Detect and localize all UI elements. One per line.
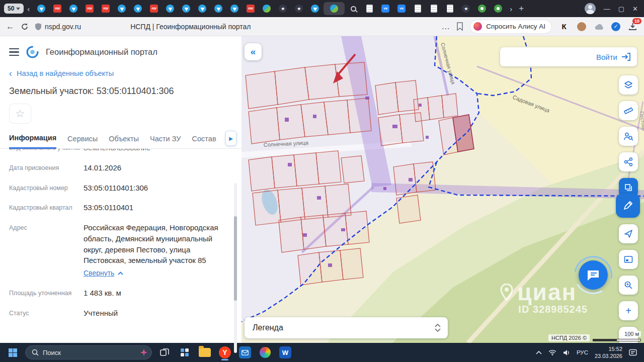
legend-toggle[interactable]: Легенда — [245, 317, 448, 338]
downloads-button[interactable]: 10 — [627, 21, 638, 32]
measure-button[interactable] — [619, 101, 638, 120]
cadastral-search-button[interactable] — [619, 127, 638, 146]
browser-tab[interactable] — [426, 2, 441, 15]
browser-tab[interactable] — [307, 2, 323, 15]
avatar-extension-icon[interactable] — [576, 21, 587, 32]
layers-button[interactable] — [619, 75, 638, 95]
browser-tab[interactable] — [259, 2, 274, 15]
browser-tab-active[interactable] — [324, 2, 345, 15]
tabs-scroll-left-button[interactable]: ‹ — [26, 5, 31, 13]
browser-tab[interactable]: PDF — [146, 2, 162, 15]
reload-icon[interactable] — [21, 23, 29, 31]
telegram-tab-icon — [166, 5, 174, 13]
login-bar[interactable]: Войти — [500, 47, 637, 66]
field-row: Адрес Российская Федерация, Новгородская… — [9, 222, 232, 279]
browser-tab[interactable]: ★ — [458, 2, 473, 15]
mail-app-button[interactable] — [237, 345, 253, 360]
menu-icon[interactable] — [9, 48, 19, 56]
tabs-next-button[interactable]: ▶ — [225, 131, 236, 146]
network-icon[interactable] — [548, 349, 556, 355]
kinopoisk-extension-icon[interactable]: К — [558, 21, 570, 32]
browser-tab[interactable] — [195, 2, 210, 15]
field-row: Вид земельного участка Землепользование — [9, 149, 232, 153]
browser-tab[interactable] — [491, 2, 506, 15]
widgets-button[interactable] — [177, 345, 192, 360]
tab-group-counter[interactable]: 50 — [4, 4, 24, 14]
language-indicator[interactable]: РУС — [577, 349, 588, 355]
window-icon — [623, 254, 633, 264]
ask-alice-button[interactable]: Спросить Алису AI — [470, 20, 552, 34]
panel-scrollbar[interactable] — [234, 183, 237, 353]
browser-tab[interactable] — [442, 2, 457, 15]
hidden-icons-chevron[interactable] — [536, 350, 542, 354]
tab-composition[interactable]: Состав — [192, 135, 216, 148]
back-link-label: Назад в найденные объекты — [17, 69, 114, 77]
word-app-button[interactable]: W — [278, 345, 293, 360]
volume-icon[interactable] — [563, 349, 570, 356]
feedback-chat-button[interactable] — [579, 260, 608, 290]
browser-tab[interactable]: PDF — [82, 2, 97, 15]
minimize-button[interactable]: — — [604, 5, 610, 13]
browser-tab[interactable]: PDF — [243, 2, 258, 15]
field-label: Кадастровый квартал — [9, 202, 84, 213]
verified-extension-icon[interactable]: ✓ — [611, 22, 620, 31]
scrollbar-thumb[interactable] — [234, 216, 237, 301]
tab-services[interactable]: Сервисы — [67, 135, 98, 148]
browser-tab[interactable] — [66, 2, 81, 15]
browser-tab[interactable] — [34, 2, 49, 15]
map-canvas[interactable]: Солнечная улица Солнечная улица Садовая … — [242, 36, 644, 343]
bookmark-icon[interactable] — [456, 22, 463, 31]
more-icon[interactable]: … — [441, 22, 450, 32]
close-button[interactable]: ✕ — [632, 5, 638, 13]
task-view-icon — [159, 347, 170, 357]
browser-tab[interactable] — [474, 2, 490, 15]
collapse-address-link[interactable]: Свернуть — [84, 268, 123, 278]
browser-tab[interactable] — [346, 2, 361, 15]
browser-tab[interactable] — [179, 2, 194, 15]
browser-tab[interactable]: PDF — [98, 2, 113, 15]
back-to-results-link[interactable]: ‹ Назад в найденные объекты — [0, 63, 242, 80]
tab-objects[interactable]: Объекты — [109, 135, 139, 148]
zoom-area-button[interactable] — [619, 276, 638, 295]
notifications-icon[interactable] — [629, 349, 637, 356]
browser-tab[interactable] — [362, 2, 377, 15]
task-view-button[interactable] — [157, 345, 172, 360]
yandex-browser-button[interactable]: Y — [217, 345, 232, 360]
zoom-in-button[interactable]: + — [619, 301, 638, 320]
browser-tab[interactable] — [114, 2, 129, 15]
collapse-panel-button[interactable]: « — [245, 43, 262, 60]
photos-app-button[interactable] — [258, 345, 273, 360]
new-tab-button[interactable]: + — [516, 4, 527, 14]
browser-tab[interactable] — [211, 2, 226, 15]
browser-tab[interactable]: ★ — [291, 2, 306, 15]
browser-tab[interactable] — [410, 2, 425, 15]
file-explorer-button[interactable] — [197, 345, 212, 360]
favorite-star-button[interactable]: ☆ — [9, 104, 31, 124]
browser-tab[interactable] — [227, 2, 242, 15]
clock-time: 15:52 — [595, 345, 622, 352]
share-button[interactable] — [619, 152, 638, 171]
draw-button[interactable] — [616, 194, 640, 218]
browser-tab[interactable]: PDF — [50, 2, 65, 15]
tabs-scroll-right-button[interactable]: › — [508, 5, 514, 13]
field-label: Адрес — [9, 222, 84, 279]
browser-tab[interactable]: VK — [394, 2, 409, 15]
taskbar-clock[interactable]: 15:52 23.03.2026 — [595, 345, 622, 360]
taskbar-search[interactable]: Поиск — [25, 345, 152, 359]
site-identity[interactable]: nspd.gov.ru — [35, 23, 81, 31]
tab-information[interactable]: Информация — [9, 134, 56, 149]
start-button[interactable] — [5, 345, 20, 360]
back-icon[interactable]: ← — [6, 22, 15, 32]
browser-tab[interactable] — [130, 2, 145, 15]
browser-tab[interactable]: ★ — [275, 2, 290, 15]
maximize-button[interactable]: ▢ — [618, 5, 624, 13]
browser-tab[interactable] — [163, 2, 178, 15]
browser-tab[interactable]: VK — [378, 2, 393, 15]
chevron-down-icon — [435, 328, 441, 332]
locate-button[interactable] — [619, 224, 638, 243]
extent-button[interactable] — [619, 250, 638, 269]
legend-chevrons — [435, 324, 441, 332]
tab-parcel-parts[interactable]: Части ЗУ — [150, 135, 181, 148]
cloud-extension-icon[interactable] — [594, 21, 605, 32]
profile-avatar[interactable] — [585, 3, 596, 14]
